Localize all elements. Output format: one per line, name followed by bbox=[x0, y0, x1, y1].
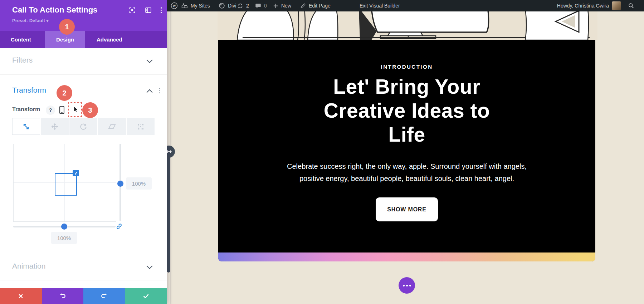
panel-more-options-icon[interactable] bbox=[161, 7, 162, 13]
cta-gradient-bar bbox=[218, 252, 595, 261]
chevron-down-icon bbox=[147, 263, 153, 269]
comments-icon bbox=[255, 3, 262, 9]
transform-origin-tab[interactable] bbox=[127, 118, 155, 135]
section-divider bbox=[0, 254, 167, 254]
cta-body-line: positive energy, beautiful people, beaut… bbox=[287, 172, 527, 185]
search-menu[interactable] bbox=[628, 0, 635, 11]
transform-field-label: Transform bbox=[12, 106, 40, 113]
redo-button[interactable] bbox=[83, 288, 125, 304]
scale-y-slider-thumb[interactable] bbox=[117, 181, 123, 187]
link-axes-toggle[interactable] bbox=[115, 222, 123, 232]
panel-header: Call To Action Settings Preset: Default … bbox=[0, 0, 167, 31]
panel-action-bar bbox=[0, 288, 167, 304]
help-icon[interactable]: ? bbox=[46, 106, 55, 115]
scale-x-value: 100% bbox=[51, 232, 77, 244]
my-sites-label: My Sites bbox=[191, 3, 210, 9]
cta-eyebrow: INTRODUCTION bbox=[381, 64, 433, 70]
panel-resize-divider[interactable] bbox=[170, 11, 171, 304]
cta-heading-line: Creative Ideas to bbox=[324, 99, 490, 123]
wordpress-menu[interactable]: W bbox=[170, 0, 178, 11]
scale-drag-handle[interactable] bbox=[73, 170, 79, 176]
transform-preview-grid[interactable] bbox=[13, 144, 116, 222]
animation-section-title: Animation bbox=[12, 262, 45, 270]
dot bbox=[406, 285, 408, 286]
filters-section-title: Filters bbox=[12, 56, 33, 64]
transform-options-icon[interactable] bbox=[159, 88, 160, 93]
exit-visual-builder[interactable]: Exit Visual Builder bbox=[360, 0, 400, 11]
user-avatar-image bbox=[612, 1, 621, 10]
origin-icon bbox=[136, 122, 145, 131]
transform-translate-tab[interactable] bbox=[41, 118, 69, 135]
scale-y-value: 100% bbox=[126, 177, 152, 190]
save-button[interactable] bbox=[125, 288, 167, 304]
plus-icon bbox=[273, 3, 279, 9]
redo-icon bbox=[101, 292, 108, 300]
page-options-button[interactable] bbox=[399, 277, 415, 294]
transform-target-rect[interactable] bbox=[55, 173, 77, 196]
panel-tabs: Content Design Advanced bbox=[0, 31, 167, 48]
section-divider bbox=[0, 280, 167, 280]
step-badge-1: 1 bbox=[59, 19, 75, 35]
svg-text:W: W bbox=[172, 4, 176, 8]
line-art-illustration bbox=[218, 11, 597, 40]
my-sites-icon bbox=[181, 2, 188, 9]
page-illustration bbox=[218, 11, 597, 40]
cta-heading-line: Life bbox=[324, 123, 490, 147]
cta-body-text: Celebrate success right, the only way, a… bbox=[287, 160, 527, 185]
cta-heading-line: Let' Bring Your bbox=[324, 75, 490, 99]
search-icon bbox=[628, 2, 635, 9]
move-icon bbox=[50, 122, 59, 131]
snap-panel-layout-icon[interactable] bbox=[145, 6, 152, 14]
responsive-phone-icon[interactable] bbox=[57, 105, 67, 117]
my-sites-menu[interactable]: My Sites bbox=[181, 0, 210, 11]
transform-section-title[interactable]: Transform bbox=[12, 86, 46, 94]
transform-mode-tabs bbox=[12, 118, 155, 135]
call-to-action-settings-panel: Call To Action Settings Preset: Default … bbox=[0, 0, 167, 304]
chevron-down-icon bbox=[147, 57, 153, 63]
close-icon bbox=[18, 293, 24, 299]
divi-logo-icon bbox=[218, 2, 225, 9]
cta-body-line: Celebrate success right, the only way, a… bbox=[287, 160, 527, 172]
expand-arrows-icon bbox=[74, 171, 78, 175]
divi-menu[interactable]: Divi bbox=[218, 0, 236, 11]
link-icon bbox=[115, 222, 123, 230]
check-icon bbox=[142, 293, 150, 300]
step-badge-3: 3 bbox=[82, 102, 98, 118]
transform-skew-tab[interactable] bbox=[98, 118, 126, 135]
comments-menu[interactable]: 0 bbox=[255, 0, 267, 11]
comment-count: 0 bbox=[264, 3, 267, 9]
updates-menu[interactable]: 2 bbox=[237, 0, 249, 11]
account-menu[interactable]: Howdy, Christina Gwira bbox=[557, 0, 609, 11]
tab-content[interactable]: Content bbox=[0, 31, 45, 48]
avatar[interactable] bbox=[612, 0, 621, 11]
tab-advanced[interactable]: Advanced bbox=[85, 31, 135, 48]
new-label: New bbox=[281, 3, 291, 9]
transform-rotate-tab[interactable] bbox=[69, 118, 97, 135]
dot bbox=[409, 285, 411, 286]
wordpress-logo-icon: W bbox=[170, 2, 178, 10]
panel-scrollbar[interactable] bbox=[167, 152, 170, 273]
cta-heading: Let' Bring Your Creative Ideas to Life bbox=[324, 75, 490, 147]
undo-icon bbox=[59, 292, 66, 300]
edit-page-menu[interactable]: Edit Page bbox=[300, 0, 331, 11]
chevron-up-icon[interactable] bbox=[147, 89, 153, 95]
scale-x-slider-thumb[interactable] bbox=[61, 224, 67, 230]
transform-scale-tab[interactable] bbox=[12, 118, 40, 135]
preset-selector[interactable]: Preset: Default ▾ bbox=[12, 18, 49, 23]
new-menu[interactable]: New bbox=[273, 0, 291, 11]
undo-button[interactable] bbox=[42, 288, 84, 304]
hover-cursor-toggle[interactable] bbox=[68, 102, 82, 117]
howdy-label: Howdy, Christina Gwira bbox=[557, 3, 609, 9]
pencil-icon bbox=[300, 3, 306, 9]
rotate-icon bbox=[79, 122, 88, 131]
edit-page-label: Edit Page bbox=[309, 3, 331, 9]
show-more-button[interactable]: SHOW MORE bbox=[376, 197, 438, 221]
panel-title: Call To Action Settings bbox=[12, 5, 97, 15]
skew-icon bbox=[108, 122, 116, 131]
expand-modal-icon[interactable] bbox=[128, 6, 136, 14]
filters-section-toggle[interactable]: Filters bbox=[0, 48, 167, 75]
cta-section[interactable]: INTRODUCTION Let' Bring Your Creative Id… bbox=[218, 40, 595, 261]
step-badge-2: 2 bbox=[57, 85, 72, 101]
update-count: 2 bbox=[246, 3, 249, 9]
discard-button[interactable] bbox=[0, 288, 42, 304]
